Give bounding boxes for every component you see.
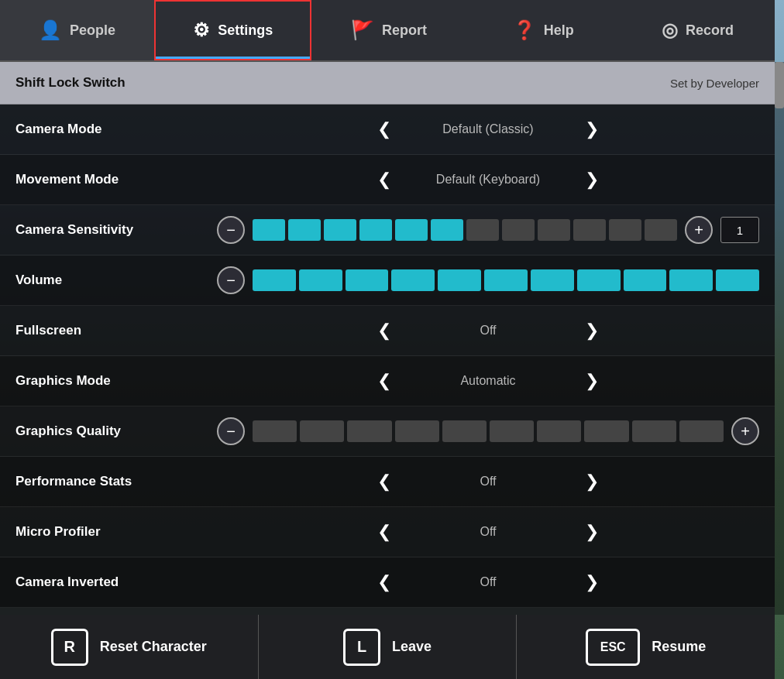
camera-sensitivity-slider-container: − +: [217, 216, 759, 244]
camera-inverted-label: Camera Inverted: [15, 574, 217, 590]
shift-lock-label: Shift Lock Switch: [15, 75, 670, 91]
micro-profiler-right[interactable]: ❯: [577, 518, 607, 546]
volume-segment-9: [669, 269, 713, 291]
graphics-segment-4: [442, 420, 487, 442]
setting-row-graphics-mode: Graphics Mode ❮ Automatic ❯: [0, 356, 775, 406]
performance-stats-left[interactable]: ❮: [370, 468, 399, 496]
volume-control: −: [217, 266, 759, 294]
nav-item-settings[interactable]: ⚙ Settings: [154, 0, 311, 60]
setting-row-movement-mode: Movement Mode ❮ Default (Keyboard) ❯: [0, 155, 775, 205]
micro-profiler-control: ❮ Off ❯: [217, 518, 759, 546]
camera-sensitivity-input[interactable]: [720, 217, 759, 243]
nav-item-record[interactable]: ◎ Record: [621, 0, 775, 60]
graphics-mode-label: Graphics Mode: [15, 373, 217, 389]
help-icon: ❓: [513, 19, 536, 41]
camera-sens-segment-5: [431, 219, 463, 241]
leave-key-label: L: [357, 638, 366, 656]
movement-mode-label: Movement Mode: [15, 172, 217, 187]
micro-profiler-label: Micro Profiler: [15, 524, 217, 540]
bottom-bar: R Reset Character L Leave ESC Resume: [0, 615, 775, 679]
volume-decrease[interactable]: −: [217, 266, 245, 294]
fullscreen-control: ❮ Off ❯: [217, 317, 759, 345]
setting-row-performance-stats: Performance Stats ❮ Off ❯: [0, 457, 775, 507]
camera-sensitivity-label: Camera Sensitivity: [15, 222, 217, 238]
reset-key-badge: R: [51, 629, 88, 666]
setting-row-fullscreen: Fullscreen ❮ Off ❯: [0, 306, 775, 356]
camera-mode-label: Camera Mode: [15, 122, 217, 137]
camera-sensitivity-decrease[interactable]: −: [217, 216, 245, 244]
shift-lock-row: Shift Lock Switch Set by Developer: [0, 62, 775, 105]
scrollbar-track[interactable]: [775, 62, 784, 615]
resume-key-badge: ESC: [586, 629, 640, 666]
camera-mode-control: ❮ Default (Classic) ❯: [217, 115, 759, 143]
ui-overlay: 👤 People ⚙ Settings 🚩 Report ❓ Help ◎ Re…: [0, 0, 775, 679]
fullscreen-value: Off: [411, 324, 566, 338]
graphics-segment-1: [300, 420, 344, 442]
micro-profiler-value: Off: [411, 525, 566, 539]
setting-row-camera-mode: Camera Mode ❮ Default (Classic) ❯: [0, 105, 775, 155]
graphics-segment-9: [679, 420, 724, 442]
camera-sens-segment-3: [359, 219, 392, 241]
nav-item-report[interactable]: 🚩 Report: [311, 0, 466, 60]
camera-sens-segment-4: [395, 219, 428, 241]
nav-label-people: People: [70, 22, 115, 39]
resume-label: Resume: [652, 639, 706, 655]
volume-segment-0: [253, 269, 296, 291]
people-icon: 👤: [39, 19, 62, 41]
reset-character-button[interactable]: R Reset Character: [0, 615, 259, 679]
camera-inverted-control: ❮ Off ❯: [217, 568, 759, 596]
graphics-quality-decrease[interactable]: −: [217, 417, 245, 445]
fullscreen-label: Fullscreen: [15, 323, 217, 338]
record-icon: ◎: [662, 19, 678, 41]
camera-sensitivity-increase[interactable]: +: [685, 216, 713, 244]
graphics-quality-label: Graphics Quality: [15, 424, 217, 439]
nav-item-people[interactable]: 👤 People: [0, 0, 154, 60]
movement-mode-left[interactable]: ❮: [370, 166, 399, 194]
graphics-mode-value: Automatic: [411, 374, 566, 388]
camera-sensitivity-control: − +: [217, 216, 759, 244]
setting-row-camera-inverted: Camera Inverted ❮ Off ❯: [0, 557, 775, 608]
volume-segment-1: [299, 269, 342, 291]
movement-mode-control: ❮ Default (Keyboard) ❯: [217, 166, 759, 194]
fullscreen-left[interactable]: ❮: [370, 317, 399, 345]
camera-mode-left[interactable]: ❮: [370, 115, 399, 143]
fullscreen-right[interactable]: ❯: [577, 317, 607, 345]
camera-mode-right[interactable]: ❯: [577, 115, 607, 143]
camera-sens-segment-0: [253, 219, 285, 241]
leave-button[interactable]: L Leave: [259, 615, 518, 679]
setting-row-volume: Volume −: [0, 255, 775, 306]
volume-track: [253, 269, 759, 291]
movement-mode-right[interactable]: ❯: [577, 166, 607, 194]
volume-segment-6: [531, 269, 574, 291]
volume-segment-7: [577, 269, 621, 291]
performance-stats-right[interactable]: ❯: [577, 468, 607, 496]
camera-inverted-right[interactable]: ❯: [577, 568, 607, 596]
graphics-segment-3: [395, 420, 439, 442]
camera-mode-value: Default (Classic): [411, 122, 566, 136]
volume-slider-container: −: [217, 266, 759, 294]
camera-sens-segment-7: [502, 219, 535, 241]
resume-button[interactable]: ESC Resume: [517, 615, 775, 679]
nav-item-help[interactable]: ❓ Help: [466, 0, 621, 60]
micro-profiler-left[interactable]: ❮: [370, 518, 399, 546]
movement-mode-value: Default (Keyboard): [411, 173, 566, 187]
leave-key-badge: L: [343, 629, 380, 666]
graphics-mode-right[interactable]: ❯: [577, 367, 607, 395]
camera-sens-segment-2: [324, 219, 356, 241]
camera-sens-segment-9: [573, 219, 606, 241]
camera-inverted-left[interactable]: ❮: [370, 568, 399, 596]
volume-segment-5: [484, 269, 528, 291]
graphics-quality-increase[interactable]: +: [731, 417, 759, 445]
graphics-quality-control: − +: [217, 417, 759, 445]
reset-key-label: R: [64, 638, 75, 656]
reset-character-label: Reset Character: [100, 639, 207, 655]
graphics-mode-control: ❮ Automatic ❯: [217, 367, 759, 395]
nav-label-settings: Settings: [218, 22, 273, 39]
camera-inverted-value: Off: [411, 575, 566, 589]
performance-stats-label: Performance Stats: [15, 474, 217, 489]
graphics-segment-5: [490, 420, 534, 442]
scrollbar-thumb[interactable]: [775, 62, 784, 108]
camera-sensitivity-track: [253, 219, 677, 241]
graphics-quality-track: [253, 420, 724, 442]
graphics-mode-left[interactable]: ❮: [370, 367, 399, 395]
